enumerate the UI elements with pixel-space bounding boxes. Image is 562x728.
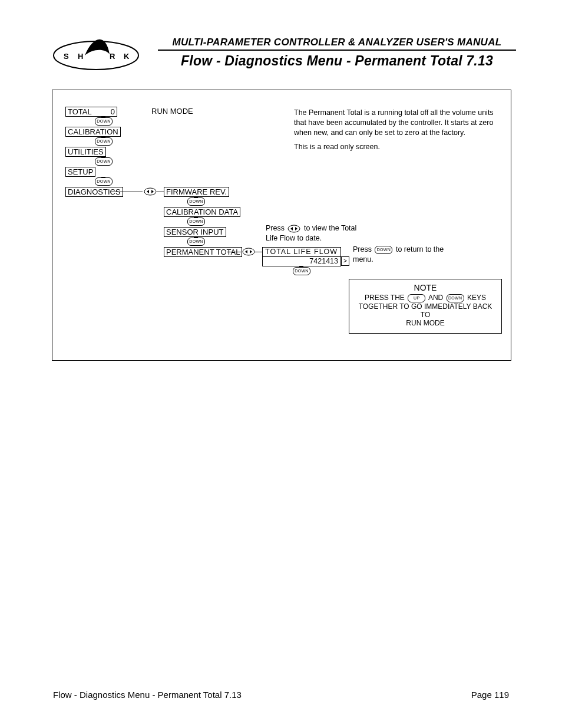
left-right-key-icon (144, 187, 157, 196)
total-life-flow-box: TOTAL LIFE FLOW 7421413 (262, 247, 341, 266)
menu-item-total: TOTAL 0 (65, 107, 117, 117)
note-text: AND (428, 294, 443, 302)
svg-text:R: R (110, 52, 115, 61)
svg-text:A: A (94, 52, 100, 61)
description-text: The Permanent Total is a running total o… (294, 108, 494, 138)
svg-marker-10 (245, 250, 247, 253)
connector (255, 252, 262, 252)
return-hint: Press DOWN to return to the menu. (353, 245, 453, 265)
connector (111, 192, 143, 192)
footer-left: Flow - Diagnostics Menu - Permanent Tota… (53, 690, 242, 700)
note-box: NOTE PRESS THE UP AND DOWN KEYS TOGETHER… (349, 279, 502, 334)
menu-item-calibration: CALIBRATION (65, 127, 121, 137)
page-title: Flow - Diagnostics Menu - Permanent Tota… (158, 53, 516, 69)
down-key-icon: DOWN (447, 294, 464, 302)
down-key-icon: DOWN (95, 177, 113, 186)
footer-right: Page 119 (471, 690, 509, 700)
down-key-icon: DOWN (187, 218, 205, 226)
svg-text:K: K (124, 52, 130, 61)
header-rule (158, 50, 516, 51)
svg-marker-14 (295, 227, 297, 230)
connector (157, 192, 164, 192)
down-key-icon: DOWN (95, 137, 113, 146)
down-key-icon: DOWN (187, 238, 205, 246)
svg-marker-13 (290, 227, 293, 230)
total-life-flow-value: 7421413 (263, 256, 340, 266)
diag-item-firmware: FIRMWARE REV. (164, 187, 229, 197)
svg-marker-11 (250, 250, 252, 253)
svg-text:S: S (64, 52, 69, 61)
page: S H A R K MULTI-PARAMETER CONTROLLER & A… (0, 0, 562, 728)
hint-pre: Press (353, 245, 372, 253)
run-mode-label: RUN MODE (151, 107, 193, 116)
down-key-icon: DOWN (293, 267, 310, 275)
svg-point-12 (288, 225, 300, 232)
note-text: KEYS (467, 294, 486, 302)
menu-item-label: TOTAL (68, 107, 92, 116)
diag-item-sensor: SENSOR INPUT (164, 227, 226, 237)
menu-item-setup: SETUP (65, 167, 95, 177)
svg-marker-7 (147, 190, 149, 193)
menu-item-utilities: UTILITIES (65, 147, 106, 157)
manual-title: MULTI-PARAMETER CONTROLLER & ANALYZER US… (158, 37, 516, 48)
note-text: PRESS THE (365, 294, 405, 302)
down-key-icon: DOWN (95, 157, 113, 166)
gt-box: > (341, 256, 349, 266)
total-life-flow-label: TOTAL LIFE FLOW (263, 248, 340, 256)
connector (227, 252, 241, 252)
left-right-key-icon (287, 225, 300, 233)
note-title: NOTE (354, 283, 497, 292)
note-line3: RUN MODE (354, 319, 497, 327)
svg-point-9 (243, 248, 254, 255)
svg-point-6 (144, 188, 156, 195)
shark-logo-icon: S H A R K (52, 31, 140, 71)
note-line1: PRESS THE UP AND DOWN KEYS (354, 294, 497, 302)
view-total-hint: Press to view the Total Life Flow to dat… (266, 223, 360, 243)
up-key-icon: UP (408, 294, 425, 302)
down-key-icon: DOWN (95, 117, 113, 126)
hint-pre: Press (266, 224, 285, 232)
down-key-icon: DOWN (187, 197, 205, 206)
note-line2: TOGETHER TO GO IMMEDIATELY BACK TO (354, 302, 497, 319)
left-right-key-icon (242, 248, 255, 256)
menu-item-value: 0 (111, 107, 115, 116)
content-frame: TOTAL 0 DOWN CALIBRATION DOWN UTILITIES … (52, 90, 511, 361)
diag-item-caldata: CALIBRATION DATA (164, 207, 240, 217)
readonly-text: This is a read only screen. (294, 142, 494, 152)
down-key-icon: DOWN (375, 246, 392, 254)
svg-text:H: H (78, 52, 83, 61)
svg-marker-8 (151, 190, 154, 193)
